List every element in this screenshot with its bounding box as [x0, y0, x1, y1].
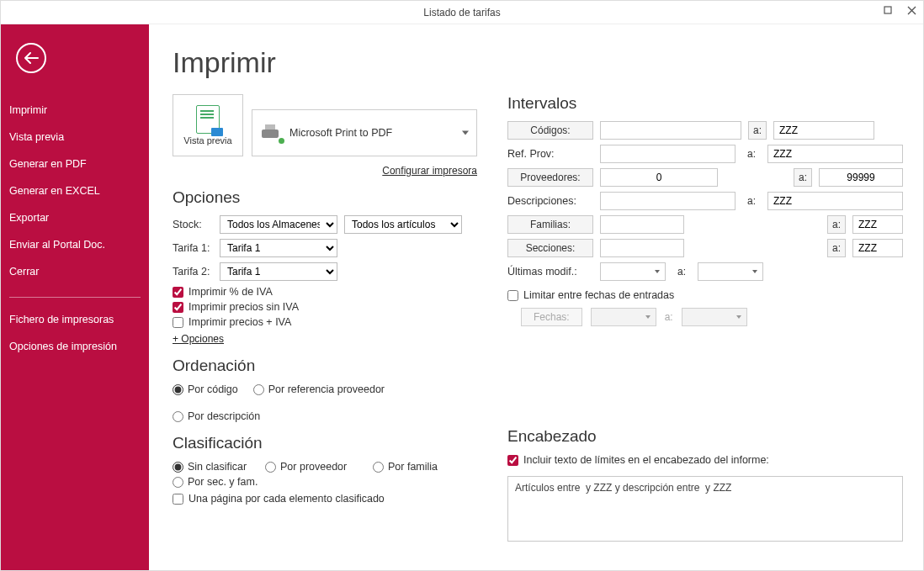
- body: Imprimir Vista previa Generar en PDF Gen…: [1, 24, 923, 570]
- chk-sin-iva[interactable]: Imprimir precios sin IVA: [173, 301, 477, 313]
- chk-iva-pct[interactable]: Imprimir % de IVA: [173, 286, 477, 298]
- chk-con-iva[interactable]: Imprimir precios + IVA: [173, 316, 477, 328]
- chk-incluir-texto-input[interactable]: [507, 455, 518, 466]
- fam-to-input[interactable]: [852, 215, 903, 234]
- refprov-to-input[interactable]: [767, 145, 903, 163]
- chk-con-iva-input[interactable]: [173, 317, 183, 328]
- sec-from-input[interactable]: [600, 239, 684, 257]
- fechas-from-combo: [591, 308, 656, 326]
- ultimas-from-combo[interactable]: [600, 262, 666, 281]
- chk-una-pagina-input[interactable]: [173, 494, 183, 505]
- sec-a-button[interactable]: a:: [827, 239, 846, 257]
- prov-a-button[interactable]: a:: [794, 168, 812, 187]
- desc-from-input[interactable]: [600, 192, 735, 210]
- chk-limitar-fechas[interactable]: Limitar entre fechas de entradas: [507, 289, 903, 301]
- sidebar: Imprimir Vista previa Generar en PDF Gen…: [1, 24, 149, 570]
- codigos-button[interactable]: Códigos:: [507, 121, 593, 140]
- ordenacion-radios: Por código Por referencia proveedor Por …: [173, 383, 477, 422]
- refprov-label: Ref. Prov:: [507, 148, 593, 160]
- desc-to-input[interactable]: [767, 192, 903, 210]
- tarifa2-select[interactable]: Tarifa 1: [220, 262, 337, 281]
- desc-a-label: a:: [742, 195, 761, 207]
- prov-row: Proveedores: a:: [507, 168, 903, 187]
- sidebar-item-fichero-impresoras[interactable]: Fichero de impresoras: [1, 306, 149, 333]
- chk-limitar-fechas-input[interactable]: [507, 290, 518, 301]
- sidebar-item-generar-pdf[interactable]: Generar en PDF: [1, 151, 149, 177]
- fam-row: Familias: a:: [507, 215, 903, 234]
- chk-iva-pct-label: Imprimir % de IVA: [189, 286, 273, 298]
- sidebar-item-opciones-impresion[interactable]: Opciones de impresión: [1, 333, 149, 360]
- codigos-from-input[interactable]: [600, 121, 741, 140]
- close-button[interactable]: [903, 3, 920, 18]
- right-column: Intervalos Códigos: a: Ref. Prov: a:: [507, 94, 903, 545]
- radio-por-codigo-input[interactable]: [173, 384, 183, 395]
- chk-incluir-texto[interactable]: Incluir texto de límites en el encabezad…: [507, 454, 903, 466]
- refprov-row: Ref. Prov: a:: [507, 145, 903, 163]
- prov-from-input[interactable]: [600, 168, 718, 187]
- ultimas-to-combo[interactable]: [698, 262, 763, 281]
- familias-button[interactable]: Familias:: [507, 215, 593, 234]
- radio-por-proveedor[interactable]: Por proveedor: [265, 461, 358, 473]
- chk-sin-iva-input[interactable]: [173, 302, 183, 313]
- stock-select[interactable]: Todos los Almacenes: [220, 215, 337, 234]
- radio-sin-clasificar-label: Sin clasificar: [188, 461, 247, 473]
- radio-por-desc[interactable]: Por descripción: [173, 410, 260, 422]
- maximize-button[interactable]: [879, 3, 896, 18]
- sec-to-input[interactable]: [852, 239, 903, 257]
- radio-por-familia[interactable]: Por familia: [373, 461, 438, 473]
- sidebar-item-imprimir[interactable]: Imprimir: [1, 97, 149, 124]
- prov-to-input[interactable]: [819, 168, 903, 187]
- back-button[interactable]: [16, 43, 46, 73]
- radio-por-sec-fam[interactable]: Por sec. y fam.: [173, 476, 258, 488]
- sidebar-item-generar-excel[interactable]: Generar en EXCEL: [1, 177, 149, 204]
- printer-select[interactable]: Microsoft Print to PDF: [252, 109, 477, 156]
- tarifa2-row: Tarifa 2: Tarifa 1: [173, 262, 477, 281]
- fam-from-input[interactable]: [600, 215, 684, 234]
- radio-por-proveedor-input[interactable]: [265, 462, 276, 473]
- radio-por-sec-fam-label: Por sec. y fam.: [188, 476, 258, 488]
- codigos-to-input[interactable]: [773, 121, 874, 140]
- vista-previa-button[interactable]: Vista previa: [173, 94, 243, 156]
- sidebar-item-exportar[interactable]: Exportar: [1, 204, 149, 231]
- radio-por-desc-label: Por descripción: [188, 410, 260, 422]
- radio-por-codigo[interactable]: Por código: [173, 383, 238, 395]
- fechas-a-label: a:: [665, 311, 673, 323]
- section-opciones: Opciones: [173, 188, 477, 207]
- refprov-from-input[interactable]: [600, 145, 735, 163]
- window-controls: [879, 3, 920, 18]
- tarifa1-select[interactable]: Tarifa 1: [220, 239, 337, 257]
- radio-por-familia-input[interactable]: [373, 462, 384, 473]
- desc-row: Descripciones: a:: [507, 192, 903, 210]
- radio-por-desc-input[interactable]: [173, 411, 183, 422]
- radio-sin-clasificar[interactable]: Sin clasificar: [173, 461, 250, 473]
- printer-row: Vista previa Microsoft Print to PDF: [173, 94, 477, 156]
- window: Listado de tarifas Imprimir Vista previa…: [0, 0, 924, 571]
- refprov-a-label: a:: [742, 148, 761, 160]
- sec-row: Secciones: a:: [507, 239, 903, 257]
- ultimas-a-label: a:: [672, 266, 691, 278]
- chk-iva-pct-input[interactable]: [173, 287, 183, 298]
- encabezado-textarea[interactable]: [507, 476, 903, 542]
- radio-por-ref-input[interactable]: [253, 384, 264, 395]
- fam-a-button[interactable]: a:: [827, 215, 846, 234]
- radio-por-ref[interactable]: Por referencia proveedor: [253, 383, 385, 395]
- proveedores-button[interactable]: Proveedores:: [507, 168, 593, 187]
- radio-sin-clasificar-input[interactable]: [173, 462, 183, 473]
- fechas-row: Fechas: a:: [521, 308, 903, 326]
- chk-con-iva-label: Imprimir precios + IVA: [189, 316, 291, 328]
- desc-label: Descripciones:: [507, 195, 593, 207]
- sidebar-item-cerrar[interactable]: Cerrar: [1, 258, 149, 285]
- more-options-link[interactable]: + Opciones: [173, 333, 477, 345]
- chk-limitar-fechas-label: Limitar entre fechas de entradas: [523, 289, 674, 301]
- radio-por-codigo-label: Por código: [188, 383, 238, 395]
- chk-una-pagina[interactable]: Una página por cada elemento clasificado: [173, 493, 477, 505]
- codigos-a-button[interactable]: a:: [748, 121, 767, 140]
- configure-printer-link[interactable]: Configurar impresora: [173, 165, 477, 177]
- secciones-button[interactable]: Secciones:: [507, 239, 593, 257]
- radio-por-sec-fam-input[interactable]: [173, 477, 183, 488]
- tarifa2-label: Tarifa 2:: [173, 266, 213, 278]
- sidebar-item-enviar-portal[interactable]: Enviar al Portal Doc.: [1, 231, 149, 258]
- fechas-to-combo: [682, 308, 747, 326]
- stock-filter-select[interactable]: Todos los artículos: [344, 215, 462, 234]
- sidebar-item-vista-previa[interactable]: Vista previa: [1, 124, 149, 151]
